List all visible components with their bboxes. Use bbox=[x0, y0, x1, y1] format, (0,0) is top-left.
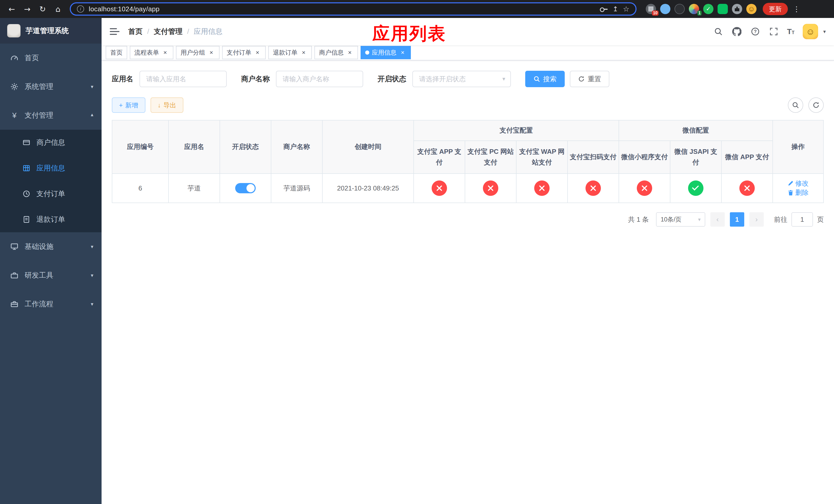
chevron-down-icon: ▾ bbox=[91, 84, 93, 90]
sidebar-item-infra[interactable]: 基础设施 ▾ bbox=[0, 232, 102, 261]
site-info-icon[interactable]: i bbox=[77, 5, 84, 13]
cell-alipay-app bbox=[414, 174, 465, 203]
status-select[interactable]: 请选择开启状态 ▾ bbox=[412, 71, 511, 87]
sidebar-item-home[interactable]: 首页 bbox=[0, 44, 102, 72]
page-content: 应用名 商户名称 开启状态 请选择开启状态 ▾ bbox=[102, 61, 834, 504]
sidebar-item-devtools[interactable]: 研发工具 ▾ bbox=[0, 261, 102, 290]
tab-refund-order[interactable]: 退款订单 × bbox=[268, 46, 312, 59]
browser-profile-avatar[interactable]: ☺ bbox=[746, 4, 756, 14]
sidebar-item-system[interactable]: 系统管理 ▾ bbox=[0, 72, 102, 101]
tab-close-icon[interactable]: × bbox=[208, 49, 215, 56]
browser-menu-icon[interactable]: ⋮ bbox=[790, 5, 803, 13]
payment-submenu: 商户信息 应用信息 支付订单 退款订单 bbox=[0, 130, 102, 232]
breadcrumb-home[interactable]: 首页 bbox=[128, 27, 142, 37]
extension-colorful-icon[interactable]: 1 bbox=[689, 4, 699, 14]
sidebar-item-payment[interactable]: ¥ 支付管理 ▾ bbox=[0, 101, 102, 130]
sidebar-item-merchant-info[interactable]: 商户信息 bbox=[0, 130, 102, 155]
cell-actions: 修改 删除 bbox=[773, 174, 824, 203]
merchant-name-input[interactable] bbox=[276, 71, 363, 87]
tab-pay-order[interactable]: 支付订单 × bbox=[222, 46, 266, 59]
sidebar-item-label: 支付管理 bbox=[25, 111, 53, 120]
tab-close-icon[interactable]: × bbox=[254, 49, 261, 56]
sidebar: 芋道管理系统 首页 系统管理 ▾ ¥ 支付管理 ▾ 商户信息 bbox=[0, 18, 102, 504]
tab-home[interactable]: 首页 bbox=[106, 46, 127, 59]
avatar-caret-down-icon[interactable]: ▾ bbox=[823, 28, 826, 35]
extensions-puzzle-icon[interactable] bbox=[732, 4, 742, 14]
delete-link[interactable]: 删除 bbox=[788, 188, 809, 197]
browser-back-icon[interactable]: ← bbox=[5, 2, 19, 16]
password-key-icon[interactable] bbox=[599, 5, 608, 13]
col-wx-app: 微信 APP 支付 bbox=[721, 141, 773, 174]
delete-link-label: 删除 bbox=[795, 188, 809, 197]
pagination: 共 1 条 10条/页 ▾ ‹ 1 › 前往 页 bbox=[112, 212, 824, 242]
goto-page-input[interactable] bbox=[791, 212, 813, 227]
chevron-down-icon: ▾ bbox=[91, 301, 93, 307]
browser-reload-icon[interactable]: ↻ bbox=[36, 2, 49, 16]
search-icon[interactable] bbox=[713, 26, 723, 37]
add-button[interactable]: + 新增 bbox=[112, 97, 146, 113]
share-icon[interactable]: ↥ bbox=[613, 5, 618, 13]
page-number-1[interactable]: 1 bbox=[730, 212, 744, 227]
svg-text:?: ? bbox=[754, 29, 756, 34]
col-alipay-pc: 支付宝 PC 网站支付 bbox=[465, 141, 516, 174]
status-cross-icon bbox=[432, 181, 447, 196]
sidebar-item-label: 系统管理 bbox=[25, 82, 53, 92]
sidebar-item-pay-order[interactable]: 支付订单 bbox=[0, 181, 102, 207]
url-text: localhost:1024/pay/app bbox=[89, 5, 159, 13]
pagination-goto: 前往 页 bbox=[774, 212, 824, 227]
extension-wechat-icon[interactable] bbox=[718, 4, 728, 14]
tab-close-icon[interactable]: × bbox=[399, 49, 406, 56]
extension-drop-icon[interactable] bbox=[660, 4, 671, 14]
tab-user-group[interactable]: 用户分组 × bbox=[176, 46, 220, 59]
app-name-input[interactable] bbox=[139, 71, 227, 87]
edit-link[interactable]: 修改 bbox=[788, 179, 809, 188]
plus-icon: + bbox=[119, 101, 123, 109]
browser-home-icon[interactable]: ⌂ bbox=[51, 2, 65, 16]
tab-process-form[interactable]: 流程表单 × bbox=[130, 46, 173, 59]
browser-forward-icon[interactable]: → bbox=[21, 2, 34, 16]
briefcase-icon bbox=[10, 300, 19, 308]
user-avatar[interactable]: ☺ bbox=[803, 24, 818, 39]
show-search-icon-button[interactable] bbox=[788, 97, 803, 113]
filter-label: 开启状态 bbox=[377, 74, 406, 84]
tab-merchant-info[interactable]: 商户信息 × bbox=[314, 46, 358, 59]
refresh-table-button[interactable] bbox=[808, 97, 824, 113]
github-icon[interactable] bbox=[732, 26, 742, 37]
bookmark-star-icon[interactable]: ☆ bbox=[623, 5, 629, 13]
col-created: 创建时间 bbox=[322, 120, 414, 174]
address-bar[interactable]: i localhost:1024/pay/app ↥ ☆ bbox=[70, 2, 637, 16]
sidebar-item-refund-order[interactable]: 退款订单 bbox=[0, 207, 102, 232]
hamburger-icon[interactable] bbox=[110, 26, 120, 37]
browser-update-button[interactable]: 更新 bbox=[763, 3, 788, 15]
sidebar-item-label: 支付订单 bbox=[37, 189, 65, 199]
tab-close-icon[interactable]: × bbox=[300, 49, 307, 56]
reset-button[interactable]: 重置 bbox=[570, 71, 609, 87]
status-toggle[interactable] bbox=[235, 183, 256, 193]
page-size-select[interactable]: 10条/页 ▾ bbox=[656, 212, 705, 227]
prev-page-button[interactable]: ‹ bbox=[710, 212, 725, 227]
tab-app-info[interactable]: 应用信息 × bbox=[360, 46, 411, 59]
sidebar-item-workflow[interactable]: 工作流程 ▾ bbox=[0, 290, 102, 318]
extension-dark-icon[interactable] bbox=[675, 4, 685, 14]
breadcrumb-section[interactable]: 支付管理 bbox=[154, 27, 182, 37]
next-page-button[interactable]: › bbox=[749, 212, 764, 227]
extension-grid-icon[interactable]: 10 bbox=[646, 4, 656, 14]
tab-close-icon[interactable]: × bbox=[346, 49, 353, 56]
fullscreen-icon[interactable] bbox=[769, 26, 779, 37]
download-icon: ↓ bbox=[158, 101, 161, 109]
chevron-down-icon: ▾ bbox=[91, 272, 93, 278]
sidebar-item-app-info[interactable]: 应用信息 bbox=[0, 155, 102, 181]
font-size-icon[interactable]: TT bbox=[787, 28, 794, 36]
help-question-icon[interactable]: ? bbox=[750, 26, 761, 37]
reset-button-label: 重置 bbox=[588, 75, 601, 84]
search-button[interactable]: 搜索 bbox=[525, 71, 565, 87]
select-placeholder: 请选择开启状态 bbox=[419, 75, 466, 84]
tab-label: 应用信息 bbox=[372, 48, 396, 56]
extension-check-icon[interactable]: ✓ bbox=[703, 4, 714, 14]
tab-close-icon[interactable]: × bbox=[161, 49, 169, 56]
col-status: 开启状态 bbox=[220, 120, 271, 174]
export-button[interactable]: ↓ 导出 bbox=[151, 97, 184, 113]
table-grid-icon bbox=[23, 164, 30, 172]
navbar-actions: ? TT ☺ ▾ bbox=[713, 24, 826, 39]
breadcrumb-separator: / bbox=[147, 27, 149, 36]
